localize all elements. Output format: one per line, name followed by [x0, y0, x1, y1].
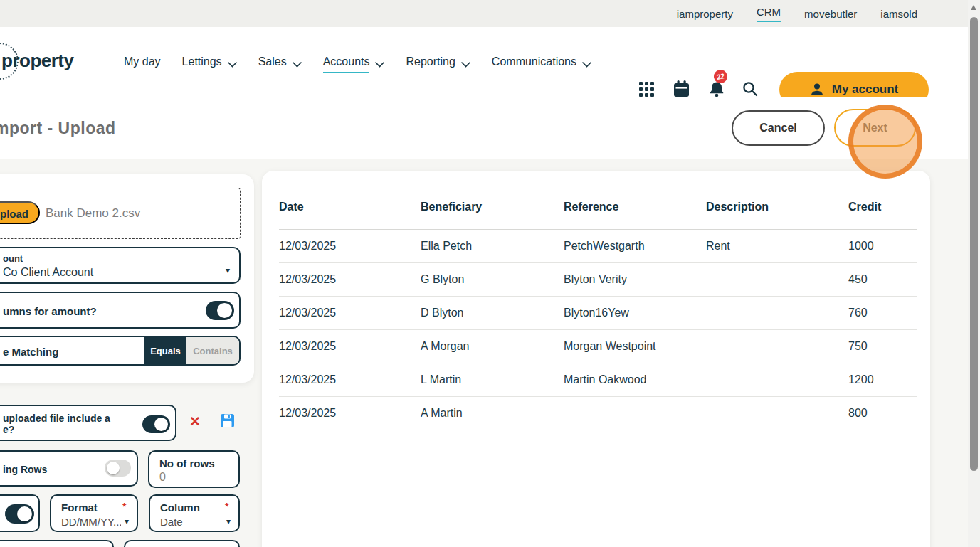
matching-control: e Matching Equals Contains	[0, 336, 241, 366]
chevron-down-icon	[582, 62, 591, 68]
next-button[interactable]: Next	[834, 109, 916, 147]
table-row: 12/03/2025L MartinMartin Oakwood1200	[279, 363, 917, 397]
calendar-icon[interactable]	[673, 80, 690, 97]
menu-item-reporting[interactable]: Reporting	[406, 55, 470, 73]
chevron-down-icon	[461, 62, 470, 68]
delete-icon[interactable]: ✕	[189, 413, 201, 430]
matching-label: e Matching	[3, 346, 58, 358]
matching-equals-option[interactable]: Equals	[144, 337, 186, 364]
page-title: mport - Upload	[0, 119, 116, 138]
rows-toggle[interactable]	[105, 460, 131, 477]
scrollbar-thumb[interactable]	[970, 17, 978, 471]
dropdown-caret-icon: ▾	[125, 516, 129, 526]
import-preview-table: Date Beneficiary Reference Description C…	[279, 171, 917, 430]
amount-columns-label: umns for amount?	[3, 305, 97, 317]
chevron-down-icon	[375, 62, 384, 68]
header-row-toggle[interactable]	[142, 415, 170, 433]
table-header-row: Date Beneficiary Reference Description C…	[279, 171, 917, 230]
partial-field-right	[124, 540, 240, 547]
dropdown-caret-icon: ▾	[226, 516, 231, 526]
search-icon[interactable]	[742, 81, 758, 97]
format-value: DD/MM/YY...	[61, 516, 121, 528]
amount-columns-toggle[interactable]	[206, 301, 234, 320]
format-select[interactable]: Format * DD/MM/YY... ▾	[50, 494, 138, 532]
table-row: 12/03/2025A MorganMorgan Westpoint750	[279, 330, 917, 363]
menu-item-lettings[interactable]: Lettings	[182, 55, 237, 73]
main-menu: My day Lettings Sales Accounts Reporting…	[124, 55, 591, 73]
required-asterisk: *	[122, 501, 126, 512]
column-header-date: Date	[279, 171, 421, 230]
date-toggle[interactable]	[5, 504, 34, 524]
no-of-rows-field[interactable]: No of rows 0	[148, 450, 240, 488]
table-row: 12/03/2025Ella PetchPetchWestgarthRent10…	[279, 230, 917, 263]
notifications-bell-icon[interactable]	[708, 80, 725, 98]
topbar-link-iamproperty[interactable]: iamproperty	[677, 8, 733, 20]
cancel-button[interactable]: Cancel	[732, 110, 825, 146]
brand-logo[interactable]: property	[1, 50, 73, 72]
column-value: Date	[160, 516, 183, 528]
table-row: 12/03/2025D BlytonBlyton16Yew760	[279, 297, 917, 330]
main-navbar: property My day Lettings Sales Accounts …	[0, 27, 968, 97]
column-select[interactable]: Column * Date ▾	[149, 494, 240, 532]
apps-grid-icon[interactable]	[639, 82, 655, 97]
header-row-label-line1: uploaded file include a	[3, 413, 110, 424]
product-switcher-bar: iamproperty CRM movebutler iamsold	[0, 0, 968, 27]
account-select-value: Co Client Account	[3, 266, 93, 279]
topbar-link-movebutler[interactable]: movebutler	[804, 8, 857, 20]
chevron-down-icon	[293, 62, 302, 68]
account-select[interactable]: ount Co Client Account ▾	[0, 247, 241, 284]
person-icon	[810, 83, 824, 97]
uploaded-filename: Bank Demo 2.csv	[46, 206, 140, 221]
upload-button[interactable]: Upload	[0, 201, 40, 224]
no-of-rows-value: 0	[159, 471, 166, 484]
matching-contains-option[interactable]: Contains	[186, 337, 239, 364]
topbar-link-crm[interactable]: CRM	[757, 6, 781, 22]
vertical-scrollbar[interactable]	[968, 0, 980, 547]
amount-columns-field: umns for amount?	[0, 292, 241, 329]
dropdown-caret-icon: ▾	[226, 265, 230, 275]
column-header-beneficiary: Beneficiary	[421, 171, 564, 230]
column-header-credit: Credit	[848, 171, 917, 230]
menu-item-accounts[interactable]: Accounts	[323, 55, 385, 73]
chevron-down-icon	[228, 62, 237, 68]
column-header-reference: Reference	[564, 171, 706, 230]
menu-item-my-day[interactable]: My day	[124, 55, 161, 73]
table-row: 12/03/2025G BlytonBlyton Verity450	[279, 263, 917, 297]
header-row-label-line2: e?	[3, 424, 110, 435]
topbar-link-iamsold[interactable]: iamsold	[880, 8, 917, 20]
table-row: 12/03/2025A Martin800	[279, 397, 917, 430]
rows-toggle-label: ing Rows	[3, 464, 47, 475]
screen: iamproperty CRM movebutler iamsold prope…	[0, 0, 980, 547]
partial-field-left	[0, 540, 114, 547]
column-label: Column	[160, 501, 200, 514]
scrollbar-up-arrow[interactable]	[971, 5, 976, 10]
required-asterisk: *	[225, 501, 228, 512]
account-select-label: ount	[3, 253, 23, 264]
column-header-description: Description	[706, 171, 848, 230]
format-label: Format	[61, 501, 98, 514]
menu-item-communications[interactable]: Communications	[492, 55, 591, 73]
menu-item-sales[interactable]: Sales	[258, 55, 302, 73]
no-of-rows-label: No of rows	[159, 457, 215, 469]
save-icon[interactable]	[220, 413, 235, 428]
